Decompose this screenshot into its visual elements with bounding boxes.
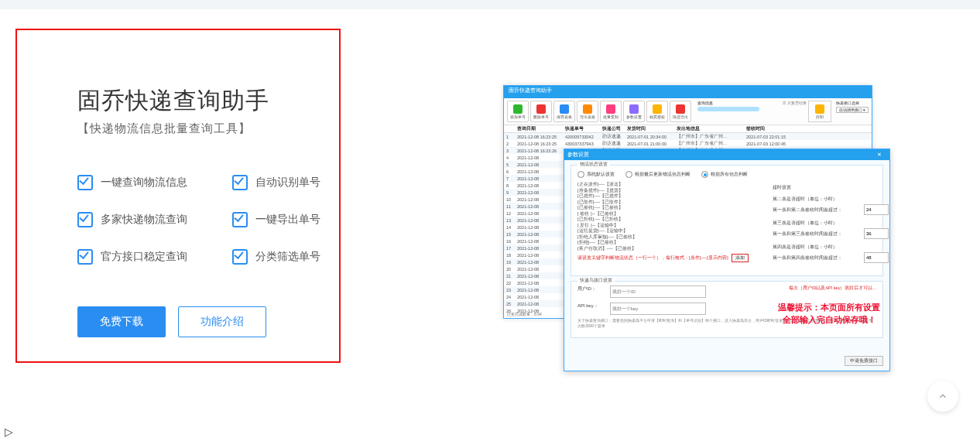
toolbar-button[interactable]: 导出表格 <box>577 101 598 122</box>
timeout-label: 第一条和第三条签收时间差超过： <box>773 231 842 238</box>
radio-icon <box>577 171 584 178</box>
scroll-top-button[interactable] <box>927 381 958 412</box>
feature-item: 官方接口稳定查询 <box>77 249 232 265</box>
dialog-title: 参数设置 <box>567 151 589 159</box>
radio-option[interactable]: 系统默认设置 <box>577 171 615 178</box>
feature-grid: 一键查询物流信息 自动识别单号 多家快递物流查询 一键导出单号 官方接口稳定查询… <box>77 175 341 265</box>
timeout-row: 第一条和第四条签收时间差超过： <box>773 252 889 263</box>
print-button[interactable]: 打印 <box>808 101 831 122</box>
timeout-title: 第四条是否超时（单位：小时） <box>773 244 889 251</box>
window-title: 固乔快递查询助手 <box>504 86 872 98</box>
toolbar-label: 删除单号 <box>533 115 549 119</box>
add-button[interactable]: 添加 <box>732 254 749 262</box>
table-header: 查询日期快递单号快递公司发货时间发出地信息签收时间 <box>504 125 872 133</box>
checkmark-icon <box>77 175 93 190</box>
funnel-icon <box>676 104 685 114</box>
toolbar-button[interactable]: 添加单号 <box>507 101 529 122</box>
timeout-title: 超时设置 <box>773 184 889 191</box>
checkmark-icon <box>232 212 248 227</box>
timeout-label: 第一条和第四条签收时间差超过： <box>773 255 842 262</box>
hint-text: 请设置关键字判断物流状态（一行一个），每行格式：[条件]----[显示内容] <box>577 255 728 262</box>
toolbar-button[interactable]: 批量复制 <box>600 101 622 122</box>
chevron-up-icon <box>937 391 948 402</box>
download-button[interactable]: 免费下载 <box>77 306 166 337</box>
table-row[interactable]: 12021-12-08 16:23:25420005733042韵达速递2021… <box>504 133 872 140</box>
radio-row: 系统默认设置根据最后更新物流信息判断根据所有信息判断 <box>577 171 876 178</box>
toolbar-label: 参数设置 <box>626 115 642 119</box>
warn-line: 温馨提示：本页面所有设置 <box>778 302 880 313</box>
dialog-titlebar: 参数设置 ✕ <box>564 149 889 160</box>
api-label: API key： <box>577 303 610 309</box>
toolbar-button[interactable]: 购买授权 <box>646 101 668 122</box>
settings-dialog: 参数设置 ✕ 物流状态设置 系统默认设置根据最后更新物流信息判断根据所有信息判断… <box>564 149 890 371</box>
timeout-title: 第二条是否超时（单位：小时） <box>773 196 889 203</box>
copy-icon <box>606 104 615 114</box>
radio-label: 系统默认设置 <box>587 171 615 178</box>
feature-item: 多家快递物流查询 <box>77 212 232 227</box>
more-button[interactable]: 功能介绍 <box>178 306 266 337</box>
checkmark-icon <box>77 212 93 227</box>
side-title: 查询信息 <box>697 101 713 105</box>
feature-label: 分类筛选单号 <box>255 250 320 264</box>
feature-item: 自动识别单号 <box>232 175 387 190</box>
feature-label: 一键导出单号 <box>255 213 320 227</box>
cursor-icon: ▷ <box>5 426 13 438</box>
export-icon <box>583 104 592 114</box>
timeout-input[interactable] <box>864 252 889 263</box>
product-title: 固乔快递查询助手 <box>77 85 341 117</box>
toolbar-button[interactable]: 筛选导出 <box>670 101 691 122</box>
feature-item: 分类筛选单号 <box>232 249 387 265</box>
group-label: 物流状态设置 <box>577 161 610 168</box>
minus-icon <box>536 104 546 114</box>
toolbar-label: 筛选导出 <box>673 115 688 119</box>
status-bar: 已查完成数量：8.94 <box>507 312 542 316</box>
feature-label: 官方接口稳定查询 <box>101 250 187 264</box>
radio-label: 根据所有信息判断 <box>711 171 748 178</box>
uid-label: 用户ID： <box>577 285 610 292</box>
checkmark-icon <box>77 249 93 265</box>
table-row[interactable]: 22021-12-08 16:23:25430037337943韵达速递2021… <box>504 140 872 147</box>
left-panel: 固乔快递查询助手 【快递物流信息批量查询工具】 一键查询物流信息 自动识别单号 … <box>77 85 341 337</box>
timeout-input[interactable] <box>864 228 889 239</box>
product-preview: 固乔快递查询助手 添加单号删除单号保存表格导出表格批量复制参数设置购买授权筛选导… <box>503 85 898 371</box>
radio-option[interactable]: 根据最后更新物流信息判断 <box>625 171 690 178</box>
page-top-strip <box>0 0 980 9</box>
plus-icon <box>513 104 523 114</box>
api-input[interactable] <box>610 303 706 315</box>
button-row: 免费下载 功能介绍 <box>77 306 341 337</box>
toolbar-button[interactable]: 保存表格 <box>553 101 575 122</box>
timeout-row: 第一条和第三条签收时间差超过： <box>773 228 889 239</box>
feature-label: 多家快递物流查询 <box>101 213 187 227</box>
timeout-panel: 超时设置 第二条是否超时（单位：小时）第一条和第二条签收时间差超过：第三条是否超… <box>773 184 889 268</box>
warning-text: 温馨提示：本页面所有设置 全部输入完自动保存哦！ <box>778 302 880 326</box>
uid-input[interactable] <box>610 285 706 298</box>
printer-icon <box>815 104 824 114</box>
toolbar-label: 添加单号 <box>510 115 526 119</box>
product-subtitle: 【快递物流信息批量查询工具】 <box>77 121 341 136</box>
toolbar-label: 保存表格 <box>557 115 572 119</box>
toolbar-label: 导出表格 <box>580 115 595 119</box>
toolbar-button[interactable]: 参数设置 <box>623 101 645 122</box>
warn-line: 全部输入完自动保存哦！ <box>778 314 880 326</box>
radio-label: 根据最后更新物流信息判断 <box>635 171 690 178</box>
toolbar-side: 查询信息 ☑ 只查空结果 <box>693 101 807 111</box>
checkmark-icon <box>232 249 248 265</box>
port-dropdown[interactable]: 自动调用接口 ▾ <box>836 107 869 113</box>
radio-option[interactable]: 根据所有信息判断 <box>701 171 748 178</box>
timeout-row: 第一条和第二条签收时间差超过： <box>773 204 889 215</box>
status-group: 物流状态设置 系统默认设置根据最后更新物流信息判断根据所有信息判断 [正在派件]… <box>571 165 883 276</box>
timeout-input[interactable] <box>864 204 889 215</box>
radio-icon <box>625 171 632 178</box>
radio-icon <box>701 171 708 178</box>
toolbar: 添加单号删除单号保存表格导出表格批量复制参数设置购买授权筛选导出查询信息 ☑ 只… <box>504 98 872 125</box>
group-label: 快递鸟接口设置 <box>577 277 615 284</box>
apply-button[interactable]: 申请免费接口 <box>845 356 883 366</box>
toolbar-button[interactable]: 删除单号 <box>530 101 552 122</box>
feature-item: 一键查询物流信息 <box>77 175 232 190</box>
close-icon[interactable]: ✕ <box>872 152 886 158</box>
gear-icon <box>629 104 639 114</box>
disk-icon <box>560 104 569 114</box>
toolbar-label: 购买授权 <box>649 115 665 119</box>
toolbar-label: 批量复制 <box>603 115 618 119</box>
port-select: 快递接口选择自动调用接口 ▾ <box>836 101 869 113</box>
